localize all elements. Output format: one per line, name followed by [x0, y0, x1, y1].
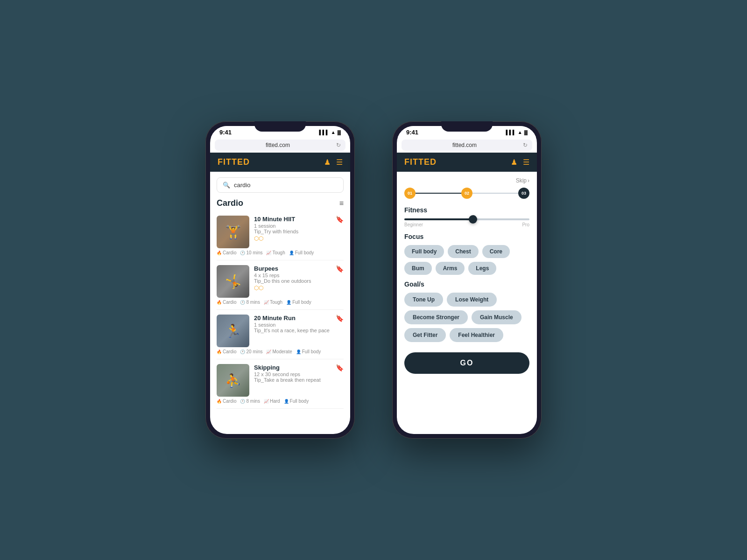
tag-level-2: 📈 Tough: [264, 300, 282, 305]
tag-time-1: 🕐 10 mins: [240, 250, 262, 255]
url-text-2: fitted.com: [406, 142, 523, 148]
phone-2: 9:41 ▌▌▌ ▲ ▓ fitted.com ↻ FITTED ♟ ☰: [392, 121, 542, 439]
workout-session-1: 1 session: [254, 223, 331, 229]
phone-1: 9:41 ▌▌▌ ▲ ▓ fitted.com ↻ FITTED ♟ ☰: [205, 121, 355, 439]
focus-section: Focus Full body Chest Core Bum Arms Legs: [404, 233, 529, 275]
app-header-1: FITTED ♟ ☰: [210, 153, 350, 172]
workout-tags-3: 🔥 Cardio 🕐 20 mins 📈 Moderate 👤 Full bod…: [217, 349, 344, 354]
chip-loseweight[interactable]: Lose Weight: [447, 293, 497, 307]
fitness-label: Fitness: [404, 206, 529, 214]
workout-session-4: 12 x 30 second reps: [254, 371, 331, 377]
step-line-1: [416, 193, 461, 194]
fitness-slider[interactable]: [404, 218, 529, 220]
workout-item-4[interactable]: ⛹ Skipping 12 x 30 second reps Tip_Take …: [217, 359, 344, 409]
workout-item-2[interactable]: 🤸 Burpees 4 x 15 reps Tip_Do this one ou…: [217, 260, 344, 310]
search-value: cardio: [234, 182, 250, 189]
workout-dumbbell-1: ⬡⬡: [254, 235, 331, 242]
workout-info-2: Burpees 4 x 15 reps Tip_Do this one outd…: [254, 265, 331, 291]
user-icon-1[interactable]: ♟: [324, 158, 331, 167]
workout-session-3: 1 session: [254, 322, 331, 328]
bookmark-3[interactable]: 🔖: [336, 315, 344, 322]
url-bar-1[interactable]: fitted.com ↻: [215, 140, 345, 151]
signal-icon: ▌▌▌: [319, 130, 329, 135]
wifi-icon-2: ▲: [518, 130, 522, 135]
tag-time-4: 🕐 8 mins: [240, 399, 260, 404]
slider-fill: [404, 218, 473, 220]
chip-stronger[interactable]: Become Stronger: [404, 310, 468, 324]
tag-time-2: 🕐 8 mins: [240, 300, 260, 305]
chip-arms[interactable]: Arms: [436, 262, 465, 275]
signal-icon-2: ▌▌▌: [506, 130, 516, 135]
goals-section: Goal/s Tone Up Lose Weight Become Strong…: [404, 280, 529, 342]
skip-row: Skip ›: [404, 175, 529, 188]
header-icons-1: ♟ ☰: [324, 158, 343, 167]
time-1: 9:41: [219, 129, 232, 136]
refresh-icon-2[interactable]: ↻: [523, 142, 528, 148]
workout-info-1: 10 Minute HIIT 1 session Tip_Try with fr…: [254, 216, 331, 242]
bookmark-1[interactable]: 🔖: [336, 216, 344, 223]
chip-chest[interactable]: Chest: [448, 245, 478, 258]
workout-session-2: 4 x 15 reps: [254, 273, 331, 278]
chip-core[interactable]: Core: [482, 245, 510, 258]
workout-tags-2: 🔥 Cardio 🕐 8 mins 📈 Tough 👤 Full body: [217, 300, 344, 305]
focus-chips: Full body Chest Core Bum Arms Legs: [404, 245, 529, 275]
workout-list: 🏋 10 Minute HIIT 1 session Tip_Try with …: [210, 211, 350, 434]
search-bar[interactable]: 🔍 cardio: [217, 177, 344, 193]
user-icon-2[interactable]: ♟: [511, 158, 517, 167]
filter-icon[interactable]: ≡: [339, 199, 344, 208]
url-bar-2[interactable]: fitted.com ↻: [402, 140, 532, 151]
workout-person-1: 🏋: [217, 216, 249, 248]
workout-tip-1: Tip_Try with friends: [254, 229, 331, 234]
refresh-icon-1[interactable]: ↻: [336, 142, 341, 148]
goals-label: Goal/s: [404, 280, 529, 288]
chip-feelhealthier[interactable]: Feel Healthier: [450, 328, 503, 342]
wifi-icon: ▲: [331, 130, 336, 135]
chip-gainmuscle[interactable]: Gain Muscle: [472, 310, 521, 324]
go-button[interactable]: GO: [404, 352, 529, 374]
bookmark-4[interactable]: 🔖: [336, 364, 344, 371]
app-logo-2: FITTED: [404, 157, 437, 167]
slider-labels: Beginner Pro: [404, 222, 529, 227]
progress-steps: 01 02 03: [404, 188, 529, 199]
chip-bum[interactable]: Bum: [404, 262, 432, 275]
chip-getfitter[interactable]: Get Fitter: [404, 328, 446, 342]
tag-cardio-4: 🔥 Cardio: [217, 399, 236, 404]
setup-content: Skip › 01 02 03 Fitness: [397, 172, 537, 434]
skip-button[interactable]: Skip ›: [516, 177, 529, 184]
workout-person-3: 🏃: [217, 315, 249, 347]
workout-img-3: 🏃: [217, 315, 249, 347]
chip-legs[interactable]: Legs: [468, 262, 496, 275]
step-2: 02: [461, 188, 472, 199]
chip-fullbody[interactable]: Full body: [404, 245, 444, 258]
search-area: 🔍 cardio: [210, 172, 350, 196]
menu-icon-1[interactable]: ☰: [336, 158, 343, 167]
workout-info-3: 20 Minute Run 1 session Tip_It's not a r…: [254, 315, 331, 333]
bookmark-2[interactable]: 🔖: [336, 265, 344, 273]
menu-icon-2[interactable]: ☰: [523, 158, 529, 167]
goals-chips: Tone Up Lose Weight Become Stronger Gain…: [404, 293, 529, 342]
slider-track: [404, 218, 529, 220]
workout-tip-2: Tip_Do this one outdoors: [254, 278, 331, 284]
tag-body-3: 👤 Full body: [296, 349, 321, 354]
workout-item-1[interactable]: 🏋 10 Minute HIIT 1 session Tip_Try with …: [217, 211, 344, 260]
slider-thumb[interactable]: [469, 215, 477, 224]
step-1: 01: [404, 188, 416, 199]
workout-img-2: 🤸: [217, 265, 249, 298]
workout-title-1: 10 Minute HIIT: [254, 216, 331, 223]
chevron-right-icon: ›: [528, 177, 529, 184]
time-2: 9:41: [406, 129, 418, 136]
workout-person-4: ⛹: [217, 364, 249, 397]
tag-cardio-1: 🔥 Cardio: [217, 250, 236, 255]
tag-time-3: 🕐 20 mins: [240, 349, 262, 354]
status-icons-2: ▌▌▌ ▲ ▓: [506, 130, 528, 135]
tag-cardio-3: 🔥 Cardio: [217, 349, 236, 354]
list-header: Cardio ≡: [210, 196, 350, 211]
workout-item-3[interactable]: 🏃 20 Minute Run 1 session Tip_It's not a…: [217, 310, 344, 359]
tag-body-1: 👤 Full body: [289, 250, 314, 255]
chip-toneup[interactable]: Tone Up: [404, 293, 443, 307]
tag-level-3: 📈 Moderate: [266, 349, 292, 354]
workout-title-4: Skipping: [254, 364, 331, 371]
skip-label: Skip: [516, 177, 527, 184]
workout-info-4: Skipping 12 x 30 second reps Tip_Take a …: [254, 364, 331, 383]
workout-img-1: 🏋: [217, 216, 249, 248]
